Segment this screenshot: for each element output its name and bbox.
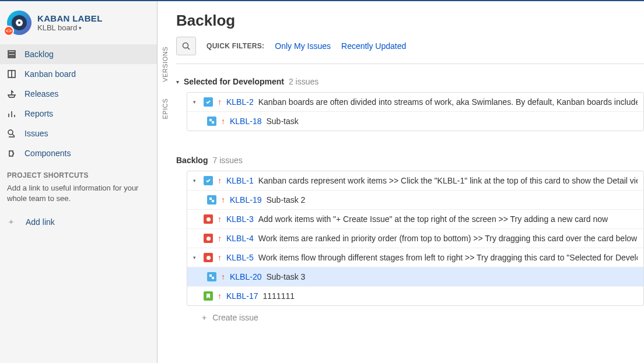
nav-label: Backlog	[24, 50, 54, 59]
issue-key-link[interactable]: KLBL-3	[226, 214, 254, 224]
section-count: 2 issues	[289, 77, 318, 86]
section-title: Backlog	[176, 156, 208, 165]
nav-issues[interactable]: Issues	[0, 124, 157, 143]
issue-row[interactable]: ▾ ↑ KLBL-1 Kanban cards represent work i…	[187, 171, 643, 191]
issue-key-link[interactable]: KLBL-4	[226, 234, 254, 243]
chevron-down-icon: ▾	[79, 25, 82, 31]
priority-up-icon: ↑	[218, 176, 222, 185]
svg-point-8	[8, 130, 13, 135]
priority-up-icon: ↑	[218, 214, 222, 224]
task-type-icon	[204, 176, 213, 185]
issue-summary: Kanban boards are often divided into str…	[258, 97, 638, 107]
sub-type-icon	[207, 117, 216, 126]
board-switcher[interactable]: KLBL board ▾	[37, 23, 103, 32]
issue-row[interactable]: ↑ KLBL-3 Add work items with "+ Create I…	[187, 210, 643, 229]
issue-summary: Add work items with "+ Create Issue" at …	[258, 214, 608, 224]
backlog-issue-list: ▾ ↑ KLBL-1 Kanban cards represent work i…	[187, 171, 644, 306]
svg-rect-17	[209, 274, 212, 277]
issue-summary: Kanban cards represent work items >> Cli…	[258, 176, 638, 185]
issue-key-link[interactable]: KLBL-17	[226, 291, 258, 301]
app: <> KABAN LABEL KLBL board ▾ Backlog	[0, 0, 644, 363]
svg-rect-1	[8, 54, 15, 55]
priority-up-icon: ↑	[218, 97, 222, 107]
search-button[interactable]	[176, 37, 196, 55]
ship-icon	[7, 89, 16, 98]
nav-releases[interactable]: Releases	[0, 84, 157, 104]
selected-issue-list: ▾ ↑ KLBL-2 Kanban boards are often divid…	[187, 92, 644, 131]
main: VERSIONS EPICS Backlog QUICK FILTERS: On…	[158, 1, 644, 363]
project-header: <> KABAN LABEL KLBL board ▾	[0, 7, 157, 41]
issue-key-link[interactable]: KLBL-5	[226, 253, 254, 262]
svg-rect-13	[209, 119, 212, 121]
issue-summary: Sub-task 2	[266, 195, 305, 205]
section-count: 7 issues	[212, 156, 242, 165]
task-type-icon	[204, 97, 213, 107]
create-issue-button[interactable]: + Create issue	[176, 306, 644, 322]
section-header[interactable]: Backlog 7 issues	[176, 153, 644, 171]
nav-label: Issues	[24, 129, 48, 138]
page-title: Backlog	[176, 12, 644, 30]
svg-rect-16	[212, 200, 214, 202]
filter-recently-updated[interactable]: Recently Updated	[341, 41, 406, 51]
sub-type-icon	[207, 272, 216, 281]
nav-components[interactable]: Components	[0, 143, 157, 163]
issue-key-link[interactable]: KLBL-20	[230, 272, 261, 281]
svg-point-11	[183, 43, 188, 48]
priority-up-icon: ↑	[221, 272, 225, 281]
issue-summary: Sub-task 3	[266, 272, 305, 281]
issue-key-link[interactable]: KLBL-19	[230, 195, 261, 205]
nav-label: Kanban board	[24, 69, 76, 79]
add-link-label: Add link	[26, 217, 55, 227]
issue-row[interactable]: ↑ KLBL-18 Sub-task	[187, 112, 643, 131]
nav-label: Components	[24, 149, 71, 158]
quick-filters-bar: QUICK FILTERS: Only My Issues Recently U…	[176, 37, 644, 64]
bug-type-icon	[204, 214, 213, 224]
issue-key-link[interactable]: KLBL-1	[226, 176, 254, 185]
backlog-section: Backlog 7 issues ▾ ↑ KLBL-1 Kanban cards…	[176, 153, 644, 322]
story-type-icon	[204, 291, 213, 301]
expand-icon[interactable]: ▾	[193, 255, 199, 260]
issue-row[interactable]: ↑ KLBL-4 Work items are ranked in priori…	[187, 229, 643, 248]
nav-reports[interactable]: Reports	[0, 104, 157, 124]
filter-only-my-issues[interactable]: Only My Issues	[275, 41, 331, 51]
priority-up-icon: ↑	[221, 117, 225, 126]
expand-icon[interactable]: ▾	[193, 178, 199, 184]
sidebar: <> KABAN LABEL KLBL board ▾ Backlog	[0, 1, 158, 363]
issue-summary: Work items are ranked in priority order …	[258, 234, 638, 243]
project-name: KABAN LABEL	[37, 13, 103, 23]
side-rails: VERSIONS EPICS	[158, 1, 173, 363]
selected-section: ▾ Selected for Development 2 issues ▾ ↑ …	[176, 75, 644, 131]
chart-icon	[7, 109, 16, 118]
project-avatar: <>	[7, 10, 32, 35]
project-shortcuts: PROJECT SHORTCUTS Add a link to useful i…	[0, 163, 157, 209]
nav-label: Releases	[24, 89, 58, 98]
epics-rail[interactable]: EPICS	[162, 98, 169, 119]
issue-key-link[interactable]: KLBL-2	[226, 97, 254, 107]
versions-rail[interactable]: VERSIONS	[162, 47, 169, 82]
issue-row[interactable]: ▾ ↑ KLBL-5 Work items flow through diffe…	[187, 248, 643, 267]
plus-icon: +	[202, 313, 206, 322]
puzzle-icon	[7, 149, 16, 158]
create-issue-label: Create issue	[212, 313, 258, 322]
expand-icon: ▾	[176, 79, 179, 85]
sub-type-icon	[207, 195, 216, 205]
svg-rect-0	[8, 51, 15, 52]
bug-type-icon	[204, 234, 213, 243]
expand-icon[interactable]: ▾	[193, 99, 199, 105]
nav-backlog[interactable]: Backlog	[0, 44, 157, 64]
svg-rect-14	[212, 121, 214, 124]
nav-kanban[interactable]: Kanban board	[0, 64, 157, 84]
issue-key-link[interactable]: KLBL-18	[230, 117, 261, 126]
issue-summary: 1111111	[262, 291, 295, 301]
add-link-button[interactable]: ＋ Add link	[0, 209, 157, 235]
issue-row[interactable]: ↑ KLBL-20 Sub-task 3	[187, 267, 643, 287]
priority-up-icon: ↑	[221, 195, 225, 205]
priority-up-icon: ↑	[218, 291, 222, 301]
svg-line-9	[12, 134, 15, 136]
issue-row[interactable]: ↑ KLBL-17 1111111	[187, 287, 643, 305]
shortcuts-title: PROJECT SHORTCUTS	[7, 171, 150, 179]
issue-row[interactable]: ▾ ↑ KLBL-2 Kanban boards are often divid…	[187, 93, 643, 112]
bug-type-icon	[204, 253, 213, 262]
section-header[interactable]: ▾ Selected for Development 2 issues	[176, 75, 644, 92]
issue-row[interactable]: ↑ KLBL-19 Sub-task 2	[187, 191, 643, 210]
